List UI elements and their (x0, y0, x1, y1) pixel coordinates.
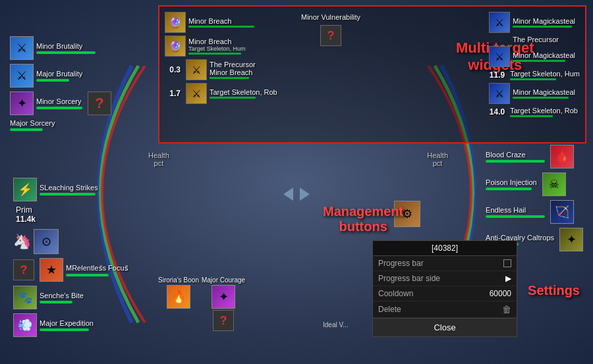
mt-text-1: Minor Breach (188, 17, 254, 28)
horse-icon: 🦄 (13, 233, 31, 250)
endless-hail-icon: 🏹 (550, 200, 574, 224)
skill-row-major-sorcery: Major Sorcery (10, 119, 111, 131)
leaching-strikes-icon: ⚡ (13, 178, 37, 201)
poison-injection-label: Poison Injection (486, 178, 537, 186)
major-expedition-label: Major Expedition (40, 319, 94, 327)
mt-right-icon-1: ⚔ (489, 12, 510, 33)
mt-right-icon-3: ⚔ (489, 46, 510, 67)
mt-right-text-3: Minor Magickasteal (513, 51, 575, 62)
senche-bite-label: Senche's Bite (40, 292, 84, 299)
mt-item-1: 🔮 Minor Breach (165, 12, 277, 33)
mt-right-text-4: Target Skeleton, Hum (510, 70, 580, 80)
major-brutality-icon: ⚔ (10, 64, 34, 88)
mt-right-bar-4 (510, 78, 556, 80)
skill-row-blood-craze: Blood Craze 🩸 (486, 145, 583, 169)
leaching-bar (40, 193, 96, 195)
minor-sorcery-label: Minor Sorcery (36, 97, 82, 105)
skill-row-senche: 🐾 Senche's Bite (13, 286, 128, 309)
progress-bar-side-arrow: ▶ (505, 274, 511, 283)
health-pct-left: Healthpct (148, 151, 169, 167)
skill-row-expedition: 💨 Major Expedition (13, 313, 128, 337)
skill-row-poison: Poison Injection ☠ (486, 172, 583, 196)
skill-row-leaching: ⚡ SLeaching Strikes (13, 178, 128, 201)
endless-hail-label: Endless Hail (486, 206, 545, 214)
mt-right-bar-3 (513, 60, 565, 62)
senche-bar (40, 301, 72, 303)
mt-right-item-4: 11.9 Target Skeleton, Hum (489, 70, 580, 80)
mt-right-text-1: Minor Magickasteal (513, 17, 575, 28)
major-sorcery-label: Major Sorcery (10, 119, 55, 127)
hail-bar (486, 215, 545, 218)
minor-brutality-label: Minor Brutality (36, 42, 96, 50)
mt-left-col: 🔮 Minor Breach 🔮 Minor Breach Target Ske… (165, 12, 277, 107)
context-menu-progress-bar-side[interactable]: Progress bar side ▶ (373, 271, 517, 286)
context-menu-header: [40382] (373, 241, 517, 256)
relentless-bar (66, 274, 109, 276)
multi-target-box: 🔮 Minor Breach 🔮 Minor Breach Target Ske… (158, 5, 586, 143)
skill-row-major-brutality: ⚔ Major Brutality (10, 64, 111, 88)
ideal-label: Ideal V... (323, 321, 349, 328)
mt-right-item-3: ⚔ Minor Magickasteal (489, 46, 580, 67)
blood-craze-icon: 🩸 (550, 145, 574, 169)
siroria-boon-icon: 🔥 (167, 285, 190, 309)
mt-bar-2 (188, 53, 241, 55)
mt-right-icon-5: ⚔ (489, 83, 510, 104)
expedition-bar (40, 328, 89, 331)
minor-sorcery-icon: ✦ (10, 91, 34, 115)
major-brutality-bar (36, 79, 69, 82)
mt-right-bar-1 (513, 26, 572, 28)
mt-bar-4 (210, 97, 256, 99)
poison-injection-icon: ☠ (542, 172, 566, 196)
skill-row-minor-sorcery: ✦ Minor Sorcery ? (10, 91, 111, 115)
mt-right-item-2: The Precursor (489, 36, 580, 43)
mt-right-bar-6 (510, 115, 553, 117)
context-menu: [40382] Progress bar Progress bar side ▶… (372, 240, 517, 337)
major-courage-unknown: ? (213, 310, 234, 331)
context-menu-close-button[interactable]: Close (373, 318, 517, 336)
context-menu-progress-bar[interactable]: Progress bar (373, 256, 517, 271)
skill-list-left: ⚔ Minor Brutality ⚔ Major Brutality ✦ Mi… (10, 36, 111, 135)
health-pct-right: Healthpct (427, 151, 448, 167)
mt-icon-3: ⚔ (186, 59, 207, 80)
major-courage-label: Major Courage (202, 276, 245, 284)
blood-craze-label: Blood Craze (486, 151, 545, 159)
mt-text-4: Target Skeleton, Rob (210, 88, 277, 99)
mt-right-col: ⚔ Minor Magickasteal The Precursor ⚔ Min… (489, 12, 580, 120)
mt-right-item-1: ⚔ Minor Magickasteal (489, 12, 580, 33)
mt-item-2: 🔮 Minor Breach Target Skeleton, Hum (165, 36, 277, 57)
prim-display: Prim 11.4k (13, 205, 128, 224)
mt-right-item-6: 14.0 Target Skeleton, Rob (489, 107, 580, 117)
major-brutality-label: Major Brutality (36, 70, 82, 78)
bottom-center-icons: Siroria's Boon 🔥 Major Courage ✦ ? (158, 276, 245, 331)
relentless-unknown-icon: ? (13, 259, 34, 280)
mt-icon-4: ⚔ (186, 83, 207, 104)
context-menu-cooldown[interactable]: Cooldown 60000 (373, 286, 517, 301)
progress-bar-checkbox[interactable] (503, 259, 511, 267)
mt-item-3: 0.3 ⚔ The Precursor Minor Breach (165, 59, 277, 80)
minor-brutality-bar (36, 51, 96, 54)
mt-right-text-5: Minor Magickasteal (513, 88, 575, 99)
horse-row: 🦄 ⊙ (13, 229, 128, 254)
blood-craze-bar (486, 160, 545, 163)
mt-right-bar-5 (513, 97, 569, 99)
major-courage-icon: ✦ (212, 285, 235, 309)
major-expedition-icon: 💨 (13, 313, 37, 337)
mt-right-text-2: The Precursor (513, 36, 559, 43)
skill-row-hail: Endless Hail 🏹 (486, 200, 583, 224)
mt-text-3: The Precursor Minor Breach (210, 61, 256, 79)
ring-icon: ⊙ (34, 229, 59, 254)
mv-icon: ? (320, 25, 341, 46)
siroria-label: Siroria's Boon (158, 276, 199, 284)
skill-row-relentless: ? ★ MRelentles̈s Focus̈ (13, 258, 128, 282)
major-sorcery-unknown-icon: ? (88, 91, 111, 115)
settings-label: Settings (528, 283, 580, 298)
minor-sorcery-bar (36, 107, 82, 109)
management-label: Managementbuttons (323, 204, 403, 234)
mt-text-2: Minor Breach Target Skeleton, Hum (188, 38, 246, 55)
context-menu-delete[interactable]: Delete 🗑 (373, 301, 517, 318)
relentless-focus-icon: ★ (40, 258, 63, 282)
skill-list-mid-left: ⚡ SLeaching Strikes Prim 11.4k 🦄 ⊙ ? ★ M… (13, 178, 128, 341)
mv-label: Minor Vulnerability (301, 13, 360, 21)
poison-bar (486, 188, 532, 190)
cooldown-value: 60000 (490, 289, 511, 298)
